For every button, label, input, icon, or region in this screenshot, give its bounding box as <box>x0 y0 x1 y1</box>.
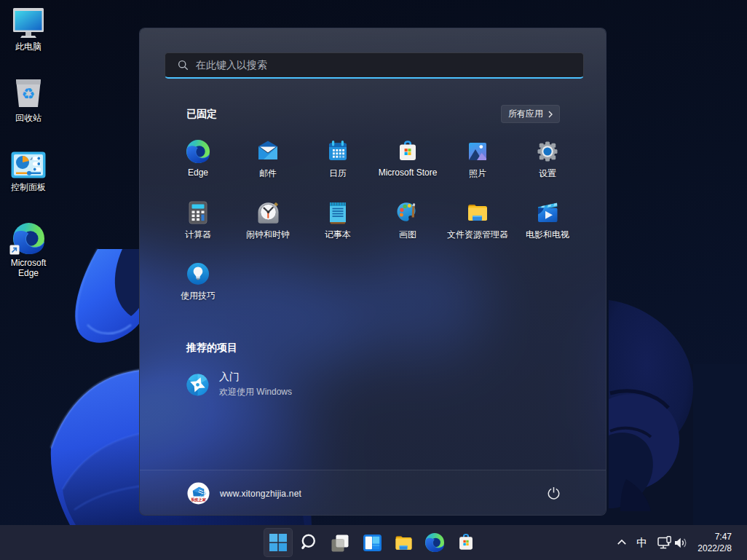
svg-text:♻: ♻ <box>22 85 36 102</box>
svg-text:系统之家: 系统之家 <box>190 497 207 502</box>
